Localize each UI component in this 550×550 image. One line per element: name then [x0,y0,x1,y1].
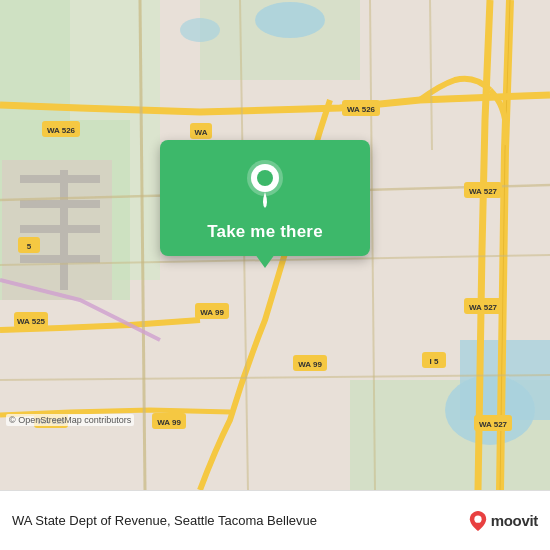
bottom-info-bar: WA State Dept of Revenue, Seattle Tacoma… [0,490,550,550]
svg-text:5: 5 [27,242,32,251]
take-me-there-label: Take me there [207,222,323,242]
svg-point-7 [445,375,535,445]
svg-text:I 5: I 5 [430,357,439,366]
moovit-brand-text: moovit [491,512,538,529]
svg-point-9 [180,18,220,42]
svg-point-46 [257,170,273,186]
svg-text:WA 527: WA 527 [469,303,498,312]
svg-text:WA 99: WA 99 [157,418,181,427]
svg-text:WA 527: WA 527 [479,420,508,429]
map-attribution: © OpenStreetMap contributors [6,414,134,426]
svg-text:WA 526: WA 526 [47,126,76,135]
map-view: WA 526 WA 526 WA 527 WA 527 WA 527 WA 99… [0,0,550,490]
svg-text:WA 526: WA 526 [347,105,376,114]
svg-text:WA 99: WA 99 [298,360,322,369]
svg-text:WA 527: WA 527 [469,187,498,196]
moovit-pin-icon [469,511,487,531]
moovit-logo: moovit [469,511,538,531]
svg-point-47 [474,515,481,522]
take-me-there-button[interactable]: Take me there [160,140,370,256]
location-pin-icon [241,156,289,212]
svg-text:WA: WA [195,128,208,137]
svg-text:WA 99: WA 99 [200,308,224,317]
svg-text:WA 525: WA 525 [17,317,46,326]
location-name: WA State Dept of Revenue, Seattle Tacoma… [12,513,469,528]
svg-rect-15 [60,170,68,290]
svg-point-8 [255,2,325,38]
